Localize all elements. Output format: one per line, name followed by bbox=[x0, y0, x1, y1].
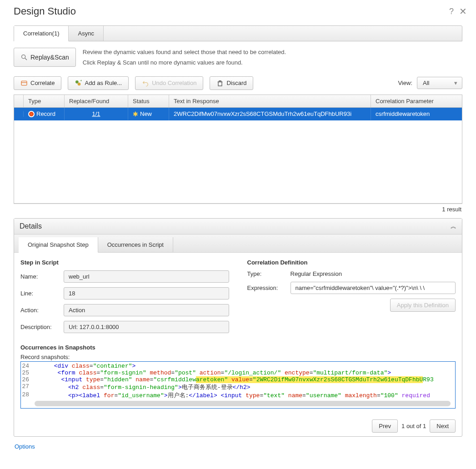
col-checkbox[interactable] bbox=[14, 95, 24, 107]
details-panel: Details ︽ Original Snapshot Step Occurre… bbox=[14, 218, 462, 437]
help-icon[interactable]: ? bbox=[449, 7, 454, 16]
corr-type-label: Type: bbox=[247, 270, 291, 277]
svg-rect-2 bbox=[21, 81, 27, 85]
action-input[interactable]: Action bbox=[64, 304, 229, 316]
col-status[interactable]: Status bbox=[128, 95, 169, 107]
hint-line-1: Review the dynamic values found and sele… bbox=[83, 47, 286, 57]
name-label: Name: bbox=[20, 273, 64, 280]
row-param: csrfmiddlewaretoken bbox=[371, 108, 462, 120]
undo-correlation-label: Undo Correlation bbox=[152, 80, 196, 86]
line-number: 28 bbox=[21, 391, 33, 399]
svg-point-0 bbox=[22, 55, 25, 59]
grid-header: Type Replace/Found Status Text in Respon… bbox=[14, 95, 462, 108]
line-number: 26 bbox=[21, 376, 33, 383]
discard-label: Discard bbox=[226, 80, 246, 86]
svg-point-5 bbox=[78, 82, 81, 85]
code-line: <form class="form-signin" method="post" … bbox=[33, 369, 391, 376]
svg-text:+: + bbox=[80, 80, 82, 83]
corr-expr-input[interactable]: name="csrfmiddlewaretoken"\ value="(.*?)… bbox=[291, 282, 456, 294]
row-type: Record bbox=[36, 110, 55, 117]
name-input[interactable]: web_url bbox=[64, 270, 229, 283]
pager-count: 1 out of 1 bbox=[401, 423, 426, 429]
row-status: New bbox=[140, 110, 152, 117]
horizontal-scrollbar[interactable] bbox=[35, 401, 451, 406]
add-rule-icon: + bbox=[75, 80, 82, 87]
replay-scan-label: Replay&Scan bbox=[30, 54, 69, 61]
col-replace[interactable]: Replace/Found bbox=[65, 95, 128, 107]
details-tabs: Original Snapshot Step Occurrences in Sc… bbox=[14, 234, 462, 253]
options-link[interactable]: Options bbox=[14, 437, 462, 459]
line-number: 24 bbox=[21, 363, 33, 369]
row-replace[interactable]: 1/1 bbox=[65, 108, 128, 120]
description-input[interactable]: Url: 127.0.0.1:8000 bbox=[64, 321, 229, 333]
line-input[interactable]: 18 bbox=[64, 287, 229, 299]
line-number: 27 bbox=[21, 383, 33, 391]
code-line: <div class="container"> bbox=[33, 363, 135, 369]
svg-line-1 bbox=[25, 58, 27, 60]
description-label: Description: bbox=[20, 324, 64, 330]
correlate-icon bbox=[20, 80, 28, 87]
svg-rect-7 bbox=[218, 82, 222, 86]
step-in-script-heading: Step in Script bbox=[20, 259, 229, 266]
undo-icon bbox=[142, 80, 149, 87]
undo-correlation-button: Undo Correlation bbox=[135, 76, 203, 90]
code-line: <h2 class="form-signin-heading">电子商务系统-登… bbox=[33, 383, 251, 391]
next-button[interactable]: Next bbox=[430, 419, 456, 433]
dialog-title: Design Studio bbox=[14, 5, 76, 17]
pager: Prev 1 out of 1 Next bbox=[14, 415, 462, 436]
design-studio-dialog: Design Studio ? ✕ Correlation(1) Async R… bbox=[0, 0, 476, 469]
title-bar: Design Studio ? ✕ bbox=[0, 0, 476, 25]
collapse-icon[interactable]: ︽ bbox=[451, 222, 456, 230]
record-icon bbox=[28, 111, 35, 117]
tab-async[interactable]: Async bbox=[69, 26, 103, 41]
apply-definition-button: Apply this Definition bbox=[390, 299, 456, 312]
record-snapshots-label: Record snapshots: bbox=[20, 354, 456, 360]
row-text: 2WRC2DifMw07nvxwXzr2sS68CTGSMduTrh2w61eu… bbox=[169, 108, 371, 120]
discard-button[interactable]: Discard bbox=[210, 76, 253, 90]
corr-expr-label: Expression: bbox=[247, 284, 291, 291]
svg-rect-9 bbox=[219, 80, 221, 82]
new-star-icon: ✱ bbox=[133, 110, 138, 118]
toolbar: Correlate + Add as Rule... Undo Correlat… bbox=[14, 74, 462, 95]
corr-type-value: Regular Expression bbox=[291, 270, 342, 277]
grid-row[interactable]: Record 1/1 ✱New 2WRC2DifMw07nvxwXzr2sS68… bbox=[14, 108, 462, 120]
col-param[interactable]: Correlation Parameter bbox=[371, 95, 462, 107]
view-select[interactable]: All bbox=[417, 77, 462, 89]
col-text[interactable]: Text in Response bbox=[169, 95, 371, 107]
line-label: Line: bbox=[20, 290, 64, 297]
view-value: All bbox=[423, 80, 429, 86]
correlate-label: Correlate bbox=[30, 80, 55, 86]
prev-button[interactable]: Prev bbox=[372, 419, 398, 433]
hint-line-2: Click Replay & Scan until no more dynami… bbox=[83, 57, 286, 68]
code-line: <p><label for="id_username">用户名:</label>… bbox=[33, 391, 430, 399]
view-label: View: bbox=[398, 80, 412, 86]
results-grid: Type Replace/Found Status Text in Respon… bbox=[14, 95, 462, 204]
col-type[interactable]: Type bbox=[24, 95, 65, 107]
hints: Review the dynamic values found and sele… bbox=[83, 47, 286, 68]
tab-original-snapshot[interactable]: Original Snapshot Step bbox=[19, 237, 98, 253]
action-label: Action: bbox=[20, 307, 64, 314]
replay-scan-button[interactable]: Replay&Scan bbox=[14, 48, 76, 67]
close-icon[interactable]: ✕ bbox=[459, 6, 467, 17]
line-number: 25 bbox=[21, 369, 33, 376]
correlate-button[interactable]: Correlate bbox=[14, 76, 61, 90]
add-as-rule-button[interactable]: + Add as Rule... bbox=[68, 76, 129, 90]
add-as-rule-label: Add as Rule... bbox=[85, 80, 122, 86]
tab-occurrences[interactable]: Occurrences in Script bbox=[98, 237, 173, 252]
tab-correlation[interactable]: Correlation(1) bbox=[14, 26, 69, 41]
code-viewer[interactable]: 24 <div class="container"> 25 <form clas… bbox=[20, 361, 456, 409]
main-tabs: Correlation(1) Async bbox=[14, 25, 462, 41]
correlation-definition-heading: Correlation Definition bbox=[247, 259, 456, 266]
details-title: Details bbox=[20, 222, 42, 230]
magnifier-icon bbox=[20, 54, 28, 61]
code-line: <input type="hidden" name="csrfmiddlewar… bbox=[33, 376, 434, 383]
result-count: 1 result bbox=[14, 204, 462, 215]
trash-icon bbox=[216, 80, 224, 87]
occurrences-heading: Occurrences in Snapshots bbox=[20, 344, 456, 351]
